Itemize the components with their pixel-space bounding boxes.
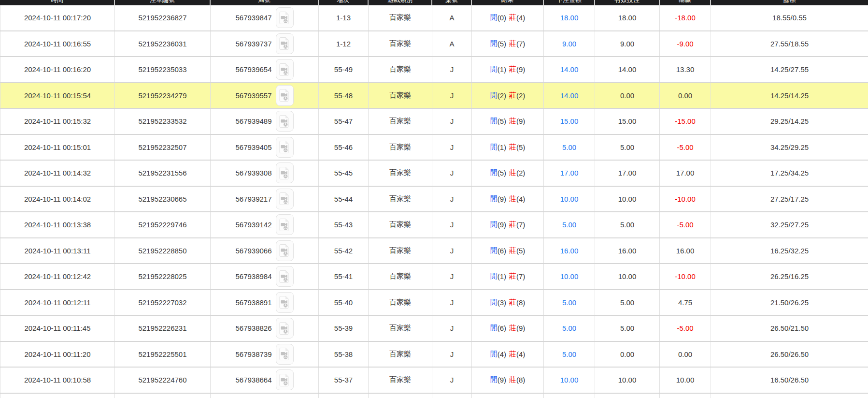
bet-id-cell: 521952230665 — [115, 187, 211, 212]
game-number: 567938826 — [235, 324, 271, 332]
player-result-score: (3) — [498, 298, 506, 307]
player-result-score: (0) — [498, 14, 506, 22]
table-row[interactable]: 2024-10-11 00:15:54 521952234279 5679395… — [0, 83, 868, 109]
game-type-cell: 百家樂 — [369, 212, 432, 237]
table-row[interactable]: 2024-10-11 00:13:38 521952229746 5679391… — [0, 212, 868, 238]
video-replay-button[interactable] — [276, 111, 294, 132]
valid-bet-cell: 15.00 — [595, 109, 660, 134]
bet-id-cell: 521952233532 — [115, 109, 211, 134]
banker-result-label: 莊 — [509, 168, 516, 177]
bet-history-table: 時間 注單編號 局號 場次 遊戲類別 桌號 結果 下注金額 有效投注 輸贏 餘額… — [0, 0, 868, 398]
banker-result-label: 莊 — [509, 298, 516, 307]
bet-id-cell: 521952234279 — [115, 83, 211, 108]
bet-amount-cell: 5.00 — [544, 342, 595, 367]
game-type-cell — [369, 394, 432, 398]
table-row[interactable]: 2024-10-11 00:11:20 521952225501 5679387… — [0, 342, 868, 368]
bet-id-cell: 521952235033 — [115, 57, 211, 82]
column-header-bet-id: 注單編號 — [115, 0, 211, 5]
video-replay-button[interactable] — [276, 292, 294, 313]
video-replay-button[interactable] — [276, 7, 294, 28]
valid-bet-cell: 0.00 — [595, 342, 660, 367]
game-number: 567939405 — [235, 143, 271, 151]
table-id-cell: J — [432, 238, 472, 264]
video-replay-button[interactable] — [276, 344, 294, 365]
column-header-bet-amount: 下注金額 — [544, 0, 595, 5]
valid-bet-cell: 5.00 — [595, 212, 660, 237]
win-loss-cell: 0.00 — [660, 83, 711, 108]
bet-amount-link[interactable]: 17.00 — [560, 169, 579, 177]
bet-id-cell: 521952236827 — [115, 5, 211, 30]
video-replay-button[interactable] — [276, 189, 294, 209]
video-replay-button[interactable] — [276, 162, 294, 183]
time-cell: 2024-10-11 00:10:58 — [0, 368, 115, 393]
video-replay-button[interactable] — [276, 318, 294, 339]
video-replay-button[interactable] — [276, 369, 294, 390]
win-loss-cell: -5.00 — [660, 212, 711, 237]
game-type-cell: 百家樂 — [369, 83, 432, 108]
bet-amount-link[interactable]: 10.00 — [560, 195, 579, 203]
table-row[interactable]: 2024-10-11 00:12:11 521952227032 5679388… — [0, 290, 868, 316]
video-replay-button[interactable] — [276, 266, 294, 287]
column-header-win-loss: 輸贏 — [660, 0, 711, 5]
table-row[interactable]: 2024-10-11 00:15:01 521952232507 5679394… — [0, 135, 868, 161]
bet-amount-link[interactable]: 5.00 — [562, 221, 576, 229]
table-row[interactable] — [0, 394, 868, 398]
bet-amount-link[interactable]: 9.00 — [562, 40, 576, 48]
time-cell: 2024-10-11 00:16:20 — [0, 57, 115, 82]
video-replay-button[interactable] — [276, 240, 294, 261]
player-result-label: 閒 — [490, 298, 498, 307]
table-row[interactable]: 2024-10-11 00:15:32 521952233532 5679394… — [0, 109, 868, 135]
table-row[interactable]: 2024-10-11 00:14:32 521952231556 5679393… — [0, 161, 868, 187]
video-replay-button[interactable] — [276, 137, 294, 158]
result-cell: 閒(1)莊(5) — [472, 135, 544, 160]
bet-id-cell: 521952228025 — [115, 264, 211, 289]
bet-id-cell: 521952231556 — [115, 161, 211, 186]
video-camera-icon — [279, 89, 290, 102]
bet-amount-cell: 16.00 — [544, 238, 595, 264]
bet-amount-link[interactable]: 10.00 — [560, 376, 579, 384]
table-row[interactable]: 2024-10-11 00:16:55 521952236031 5679397… — [0, 31, 868, 58]
bet-amount-link[interactable]: 5.00 — [562, 143, 576, 151]
video-replay-button[interactable] — [276, 59, 294, 80]
bet-amount-link[interactable]: 16.00 — [560, 247, 579, 255]
table-row[interactable]: 2024-10-11 00:12:42 521952228025 5679389… — [0, 264, 868, 290]
win-loss-cell: -9.00 — [660, 31, 711, 57]
bet-id-cell — [115, 394, 211, 398]
bet-amount-link[interactable]: 5.00 — [562, 350, 576, 358]
bet-amount-link[interactable]: 18.00 — [560, 14, 579, 22]
bet-amount-link[interactable]: 5.00 — [562, 298, 576, 307]
balance-cell — [711, 394, 868, 398]
time-cell: 2024-10-11 00:14:02 — [0, 187, 115, 212]
bet-amount-link[interactable]: 5.00 — [562, 324, 576, 332]
bet-amount-link[interactable]: 14.00 — [560, 65, 579, 74]
win-loss-cell: 0.00 — [660, 342, 711, 367]
table-row[interactable]: 2024-10-11 00:10:58 521952224760 5679386… — [0, 368, 868, 394]
video-replay-button[interactable] — [276, 85, 294, 106]
game-type-cell: 百家樂 — [369, 161, 432, 186]
game-type-cell: 百家樂 — [369, 264, 432, 289]
table-row[interactable]: 2024-10-11 00:14:02 521952230665 5679392… — [0, 187, 868, 213]
bet-amount-link[interactable]: 10.00 — [560, 272, 579, 280]
table-row[interactable]: 2024-10-11 00:11:45 521952226231 5679388… — [0, 316, 868, 342]
player-result-score: (4) — [498, 350, 506, 358]
player-result-label: 閒 — [490, 324, 498, 333]
banker-result-label: 莊 — [509, 65, 516, 74]
balance-cell: 26.25/16.25 — [711, 264, 868, 289]
table-row[interactable]: 2024-10-11 00:17:20 521952236827 5679398… — [0, 5, 868, 31]
player-result-label: 閒 — [490, 350, 498, 359]
win-loss-cell: 13.30 — [660, 57, 711, 82]
banker-result-label: 莊 — [509, 246, 516, 255]
video-replay-button[interactable] — [276, 33, 294, 54]
bet-id-cell: 521952224760 — [115, 368, 211, 393]
bet-amount-link[interactable]: 14.00 — [560, 91, 579, 100]
banker-result-score: (7) — [516, 40, 525, 48]
banker-result-label: 莊 — [509, 220, 516, 229]
game-number-cell: 567938891 — [211, 290, 319, 315]
video-replay-button[interactable] — [276, 214, 294, 235]
valid-bet-cell: 5.00 — [595, 135, 660, 160]
bet-amount-link[interactable]: 15.00 — [560, 117, 579, 125]
table-row[interactable]: 2024-10-11 00:13:11 521952228850 5679390… — [0, 238, 868, 265]
win-loss-cell: -5.00 — [660, 316, 711, 341]
table-id-cell: A — [432, 31, 472, 57]
table-row[interactable]: 2024-10-11 00:16:20 521952235033 5679396… — [0, 57, 868, 83]
